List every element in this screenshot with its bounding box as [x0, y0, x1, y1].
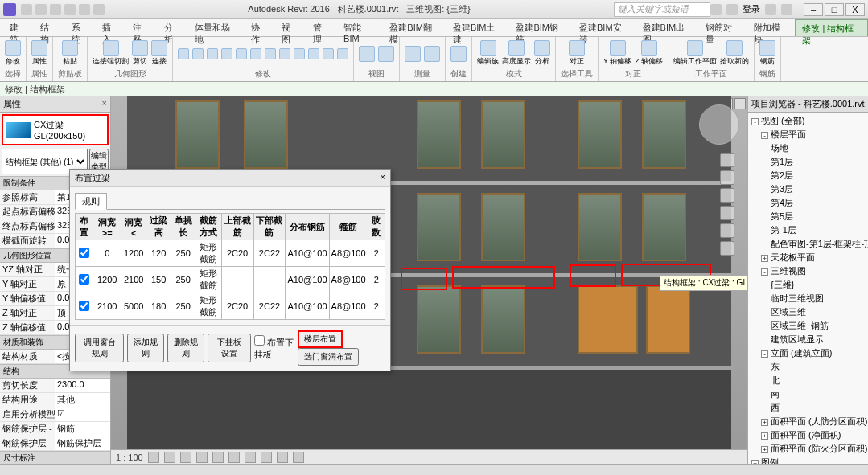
rendering-icon[interactable]: [212, 452, 224, 463]
ribbon-button[interactable]: [265, 48, 276, 59]
ribbon-tab[interactable]: 附加模块: [747, 19, 796, 36]
tree-node[interactable]: 第2层: [750, 169, 866, 182]
ribbon-tab[interactable]: 建筑: [3, 19, 34, 36]
qat-open-icon[interactable]: [21, 4, 32, 15]
tree-expander-icon[interactable]: +: [761, 446, 768, 453]
ribbon-button[interactable]: [250, 48, 261, 59]
ribbon-tab[interactable]: 管理: [306, 19, 337, 36]
hang-board-checkbox[interactable]: 布置下挂板: [254, 335, 297, 361]
property-row[interactable]: 钢筋保护层 - 顶面钢筋: [0, 422, 110, 436]
ribbon-button[interactable]: 编辑工作平面: [673, 40, 717, 67]
tree-node[interactable]: 第-1层: [750, 223, 866, 237]
view-close-icon[interactable]: [734, 98, 746, 109]
qat-redo-icon[interactable]: [64, 4, 76, 15]
ribbon-button[interactable]: [236, 48, 247, 59]
dialog-close-icon[interactable]: ×: [381, 172, 385, 184]
visual-style-icon[interactable]: [164, 452, 175, 463]
tree-node[interactable]: 第1层: [750, 155, 866, 169]
user-icon[interactable]: [726, 4, 738, 15]
ribbon-button[interactable]: 剪切: [132, 40, 148, 67]
tree-node[interactable]: 建筑区域显示: [750, 333, 866, 346]
tree-node[interactable]: -楼层平面: [750, 128, 866, 141]
dialog-tab-rules[interactable]: 规则: [75, 193, 107, 210]
ribbon-button[interactable]: Z 轴偏移: [635, 40, 663, 67]
ribbon-button[interactable]: 拾取新的: [720, 40, 749, 67]
ribbon-button[interactable]: [294, 48, 305, 59]
use-sill-rule-button[interactable]: 调用窗台规则: [75, 334, 124, 362]
ribbon-button[interactable]: 高度显示: [502, 40, 531, 67]
tree-expander-icon[interactable]: +: [761, 432, 768, 440]
layout-by-floor-button[interactable]: 楼层布置: [298, 330, 343, 348]
nav-home-icon[interactable]: [720, 153, 734, 167]
ribbon-button[interactable]: [221, 48, 232, 59]
app-icon[interactable]: [3, 3, 16, 16]
browser-tree[interactable]: -视图 (全部)-楼层平面场地第1层第2层第3层第4层第5层第-1层配色审图-第…: [748, 113, 868, 464]
ribbon-button[interactable]: 钢筋: [759, 40, 775, 67]
tree-expander-icon[interactable]: +: [761, 255, 768, 262]
ribbon-tab[interactable]: 插入: [96, 19, 126, 36]
property-row[interactable]: 结构用途其他: [0, 393, 110, 407]
qat-undo-icon[interactable]: [50, 4, 61, 15]
hang-board-settings-button[interactable]: 下挂板设置: [208, 334, 251, 362]
ribbon-button[interactable]: [424, 46, 440, 62]
ribbon-tab[interactable]: 分析: [158, 19, 188, 36]
minimize-button[interactable]: –: [804, 3, 823, 16]
shadows-icon[interactable]: [196, 452, 208, 463]
ribbon-tab[interactable]: 体量和场地: [188, 19, 245, 36]
tree-node[interactable]: +图例: [750, 456, 866, 464]
ribbon-button[interactable]: [378, 46, 394, 62]
view-scale[interactable]: 1 : 100: [116, 452, 143, 462]
ribbon-button[interactable]: Y 轴偏移: [603, 40, 631, 67]
table-row[interactable]: 12002100150250矩形截筋A10@100A8@1002: [76, 267, 385, 293]
tree-node[interactable]: +天花板平面: [750, 251, 866, 264]
tree-expander-icon[interactable]: -: [761, 350, 768, 358]
tree-node[interactable]: 第4层: [750, 196, 866, 210]
type-selector[interactable]: CX过梁 GL(200x150): [2, 114, 109, 145]
viewcube[interactable]: [699, 104, 739, 145]
tree-expander-icon[interactable]: -: [761, 268, 768, 276]
ribbon-button[interactable]: 对正: [569, 40, 585, 67]
lock-3d-icon[interactable]: [261, 452, 272, 463]
crop-region-icon[interactable]: [245, 452, 256, 463]
tree-expander-icon[interactable]: -: [761, 132, 768, 139]
ribbon-tab[interactable]: 修改 | 结构框架: [795, 19, 868, 36]
tree-node[interactable]: 临时三维视图: [750, 292, 866, 305]
qat-print-icon[interactable]: [79, 4, 90, 15]
tree-node[interactable]: 东: [750, 360, 866, 374]
row-checkbox[interactable]: [79, 274, 89, 285]
help-icon[interactable]: [781, 4, 792, 15]
tree-node[interactable]: -立面 (建筑立面): [750, 346, 866, 360]
property-row[interactable]: 剪切长度2300.0: [0, 379, 110, 393]
property-section[interactable]: 尺寸标注: [0, 451, 110, 464]
ribbon-button[interactable]: [337, 48, 348, 59]
ribbon-button[interactable]: [308, 48, 319, 59]
ribbon-tab[interactable]: 结构: [34, 19, 64, 36]
tree-node[interactable]: +面积平面 (净面积): [750, 428, 866, 442]
exchange-icon[interactable]: [765, 4, 776, 15]
ribbon-tab[interactable]: 钢筋对量: [699, 19, 747, 36]
sun-path-icon[interactable]: [180, 452, 191, 463]
tree-node[interactable]: +面积平面 (防火分区面积): [750, 442, 866, 456]
table-row[interactable]: 01200120250矩形截筋2C202C22A10@100A8@1002: [76, 240, 385, 267]
delete-rule-button[interactable]: 删除规则: [167, 334, 204, 362]
tree-node[interactable]: 区域三维_钢筋: [750, 319, 866, 333]
detail-level-icon[interactable]: [148, 452, 159, 463]
add-rule-button[interactable]: 添加规则: [127, 334, 164, 362]
tree-node[interactable]: 第5层: [750, 210, 866, 223]
ribbon-button[interactable]: 分析: [534, 40, 550, 67]
tree-node[interactable]: 南: [750, 387, 866, 401]
ribbon-tab[interactable]: 视图: [275, 19, 306, 36]
row-checkbox[interactable]: [79, 301, 89, 311]
ribbon-button[interactable]: [405, 46, 421, 62]
ribbon-tab[interactable]: 盈建BIM土建: [446, 19, 510, 36]
close-button[interactable]: X: [845, 3, 865, 16]
ribbon-button[interactable]: 连接: [151, 40, 167, 67]
maximize-button[interactable]: □: [825, 3, 844, 16]
ribbon-tab[interactable]: 盈建BIM出图: [636, 19, 700, 36]
ribbon-button[interactable]: 连接端切割: [93, 40, 129, 67]
ribbon-tab[interactable]: 注释: [126, 19, 157, 36]
ribbon-button[interactable]: [450, 46, 467, 62]
nav-fullnav-icon[interactable]: [720, 170, 734, 185]
tree-node[interactable]: 西: [750, 401, 866, 415]
row-checkbox[interactable]: [79, 248, 89, 258]
